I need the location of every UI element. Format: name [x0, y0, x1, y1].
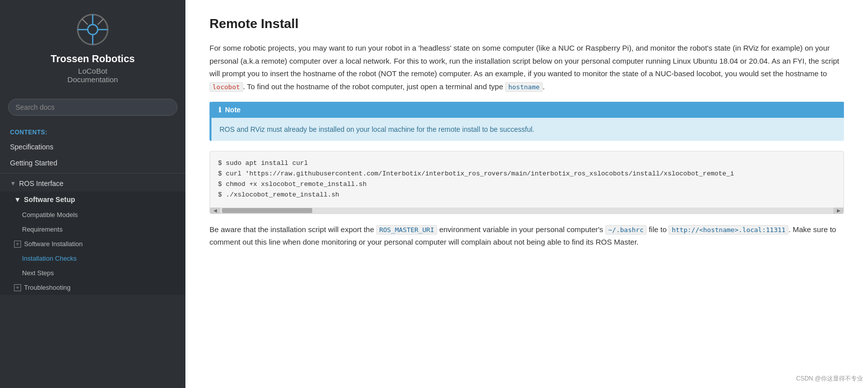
inline-code-http-hostname: http://<hostname>.local:11311: [669, 225, 788, 235]
inline-code-locobot: locobot: [209, 82, 243, 92]
sidebar-item-requirements[interactable]: Requirements: [0, 222, 185, 237]
contents-label: CONTENTS:: [0, 124, 185, 139]
logo-area: Trossen Robotics LoCoBot Documentation: [0, 0, 185, 94]
scrollbar-area: [220, 208, 833, 214]
logo-icon: [75, 12, 110, 47]
sidebar-item-installation-checks[interactable]: Installation Checks: [0, 251, 185, 266]
sidebar: Trossen Robotics LoCoBot Documentation C…: [0, 0, 185, 388]
inline-code-hostname: hostname: [505, 82, 543, 92]
watermark: CSDN @你这显得不专业: [796, 374, 863, 383]
sidebar-item-software-installation[interactable]: + Software Installation: [0, 237, 185, 251]
code-block-container: $ sudo apt install curl $ curl 'https://…: [209, 151, 844, 214]
inline-code-bashrc: ~/.bashrc: [605, 225, 646, 235]
sidebar-contents: CONTENTS: Specifications Getting Started…: [0, 124, 185, 305]
svg-line-6: [82, 19, 88, 25]
sidebar-item-software-setup[interactable]: ▼ Software Setup: [0, 191, 185, 208]
note-title: Note: [225, 106, 241, 114]
search-container: [0, 94, 185, 124]
note-box-body: ROS and RViz must already be installed o…: [211, 118, 844, 141]
svg-line-7: [98, 19, 103, 25]
code-scrollbar[interactable]: ◀ ▶: [210, 208, 843, 214]
search-input[interactable]: [8, 99, 177, 116]
sidebar-item-specifications[interactable]: Specifications: [0, 139, 185, 155]
inline-code-ros-master-uri: ROS_MASTER_URI: [376, 225, 438, 235]
note-icon: ℹ: [219, 106, 221, 114]
body-paragraph-1: For some robotic projects, you may want …: [209, 42, 844, 93]
scrollbar-thumb[interactable]: [222, 208, 312, 213]
page-title: Remote Install: [209, 16, 844, 32]
sidebar-item-compatible-models[interactable]: Compatible Models: [0, 208, 185, 222]
sidebar-item-next-steps[interactable]: Next Steps: [0, 266, 185, 280]
scrollbar-track: ◀ ▶: [210, 208, 843, 214]
brand-title: Trossen Robotics: [51, 53, 135, 65]
sidebar-item-getting-started[interactable]: Getting Started: [0, 155, 185, 171]
expand-icon-software-installation: +: [14, 241, 21, 248]
note-box: ℹ Note ROS and RViz must already be inst…: [209, 102, 844, 141]
expand-icon-ros: ▼: [10, 180, 16, 187]
expand-icon-troubleshooting: +: [14, 284, 21, 291]
main-content: Remote Install For some robotic projects…: [185, 0, 868, 388]
svg-point-1: [88, 25, 98, 35]
note-box-header: ℹ Note: [211, 102, 844, 118]
expand-icon-software-setup: ▼: [14, 196, 21, 204]
brand-subtitle: LoCoBot Documentation: [68, 67, 118, 84]
nav-divider-1: [0, 173, 185, 173]
sidebar-item-troubleshooting[interactable]: + Troubleshooting: [0, 280, 185, 295]
code-block: $ sudo apt install curl $ curl 'https://…: [218, 158, 835, 200]
scroll-left-button[interactable]: ◀: [210, 208, 220, 214]
body-paragraph-2: Be aware that the installation script wi…: [209, 223, 844, 249]
code-block-inner[interactable]: $ sudo apt install curl $ curl 'https://…: [210, 151, 843, 207]
sidebar-item-ros-interface[interactable]: ▼ ROS Interface: [0, 175, 185, 191]
scroll-right-button[interactable]: ▶: [833, 208, 843, 214]
software-setup-section: ▼ Software Setup Compatible Models Requi…: [0, 191, 185, 295]
